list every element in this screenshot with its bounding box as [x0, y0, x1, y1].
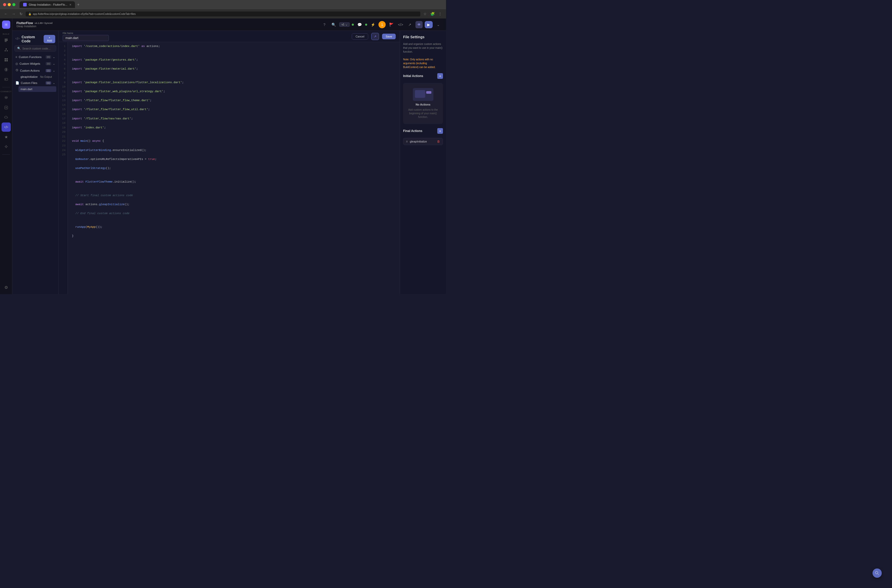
bolt-button[interactable]: ⚡: [369, 21, 376, 28]
functions-icon: ≡: [15, 55, 17, 59]
url-text: app.flutterflow.io/project/gleap-install…: [33, 13, 136, 15]
action-item-gleap[interactable]: gleapInitialize No Output: [18, 74, 56, 80]
share-button[interactable]: ↗: [406, 21, 414, 28]
sidebar-icon-components[interactable]: [1, 55, 11, 64]
search-icon: 🔍: [17, 47, 21, 50]
actions-chevron: ⌄: [52, 69, 55, 72]
section-header-widgets[interactable]: ◎ Custom Widgets (0) ⌄: [14, 60, 56, 67]
line-numbers: 12345 678910 1112131415 1617181920 21222…: [58, 42, 68, 294]
version-badge[interactable]: v1 ⌄: [339, 22, 350, 27]
help-button[interactable]: ?: [321, 21, 328, 28]
file-name-label: File Name: [63, 32, 109, 34]
right-panel: File Settings Add and organize custom ac…: [400, 31, 446, 294]
settings-desc: Add and organize custom actions that you…: [403, 42, 443, 69]
header-actions: ? 🔍 v1 ⌄ 💬 ⚡ 1 🚩 </> ↗ 👁 ▶ ⌄: [321, 21, 442, 28]
functions-count: (0): [46, 56, 51, 58]
new-tab-button[interactable]: +: [76, 1, 80, 8]
search-box: 🔍: [14, 45, 56, 52]
file-name-block: File Name: [63, 32, 109, 41]
bookmark-icon[interactable]: ☆: [422, 11, 428, 17]
sidebar-icon-media[interactable]: [1, 75, 11, 84]
files-chevron: ⌄: [52, 81, 55, 85]
add-initial-action-button[interactable]: +: [437, 73, 443, 79]
action-item-label: gleapInitialize: [410, 140, 435, 143]
cancel-button[interactable]: Cancel: [352, 33, 368, 39]
run-button[interactable]: ▶: [425, 21, 433, 28]
svg-point-8: [7, 50, 8, 51]
file-name-input[interactable]: [63, 35, 109, 41]
actions-icon: [15, 69, 18, 72]
chat-button[interactable]: 💬: [356, 21, 363, 28]
app-logo[interactable]: [2, 21, 10, 29]
sidebar-icon-pages[interactable]: [1, 36, 11, 45]
add-button[interactable]: + Add: [43, 35, 55, 43]
sidebar-icon-custom-code[interactable]: [1, 123, 11, 132]
sidebar-icon-integrations[interactable]: [1, 142, 11, 151]
address-bar[interactable]: 🔒 app.flutterflow.io/project/gleap-insta…: [25, 12, 420, 16]
number-button[interactable]: 1: [378, 21, 386, 28]
sidebar-icon-theme[interactable]: [1, 65, 11, 74]
build-section: Build: [0, 32, 12, 85]
nav-forward-button[interactable]: →: [11, 11, 16, 17]
build-label: Build: [3, 33, 9, 35]
svg-line-6: [6, 49, 7, 50]
traffic-light-close[interactable]: [3, 3, 6, 6]
eye-button[interactable]: 👁: [415, 21, 423, 28]
svg-line-26: [17, 37, 18, 40]
traffic-light-fullscreen[interactable]: [12, 3, 15, 6]
app-header: FlutterFlow v4.1.85+ Synced Gleap Instal…: [12, 18, 446, 31]
delete-action-button[interactable]: 🗑: [437, 140, 440, 143]
traffic-light-minimize[interactable]: [8, 3, 11, 6]
extensions-icon[interactable]: 🧩: [429, 11, 436, 17]
browser-tab[interactable]: Gleap Installation - FlutterFlo... ✕: [19, 1, 75, 8]
file-item-main-dart[interactable]: main.dart: [18, 86, 56, 92]
final-actions-row: Final Actions +: [403, 127, 443, 135]
svg-point-7: [4, 50, 6, 51]
empty-desc: Add custom actions to the beginning of y…: [406, 108, 440, 119]
action-label: gleapInitialize: [21, 75, 38, 78]
tab-close-icon[interactable]: ✕: [69, 3, 71, 6]
add-final-action-button[interactable]: +: [437, 128, 443, 134]
widgets-label: Custom Widgets: [19, 62, 44, 65]
sidebar-icon-cloud[interactable]: [1, 113, 11, 122]
flag-button[interactable]: 🚩: [388, 21, 395, 28]
content-area: Custom Code + Add 🔍 ≡ Custom Functions (…: [12, 31, 446, 294]
section-header-actions[interactable]: Custom Actions (1) ⌄: [14, 67, 56, 74]
left-panel: Custom Code + Add 🔍 ≡ Custom Functions (…: [12, 31, 58, 294]
code-editor[interactable]: 12345 678910 1112131415 1617181920 21222…: [58, 42, 400, 294]
status-dot: [352, 24, 354, 26]
search-button[interactable]: 🔍: [330, 21, 337, 28]
code-button[interactable]: </>: [397, 21, 404, 28]
expand-button[interactable]: ⌄: [435, 21, 442, 28]
tab-title: Gleap Installation - FlutterFlo...: [29, 3, 67, 6]
sidebar-divider: [2, 87, 10, 87]
external-link-button[interactable]: ↗: [371, 33, 379, 40]
editor-area: File Name Cancel ↗ Save 12345 678910 111…: [58, 31, 400, 294]
nav-refresh-button[interactable]: ↻: [18, 11, 24, 17]
save-button[interactable]: Save: [382, 34, 396, 39]
sidebar-icon-api[interactable]: [1, 103, 11, 112]
svg-rect-14: [4, 78, 8, 80]
sidebar-icon-settings[interactable]: ⚙: [1, 283, 11, 292]
app-title-block: FlutterFlow v4.1.85+ Synced Gleap Instal…: [16, 21, 52, 28]
section-header-files[interactable]: 📄 Custom Files (1) ⌄: [14, 80, 56, 86]
editor-toolbar: File Name Cancel ↗ Save: [58, 31, 400, 42]
search-input[interactable]: [22, 47, 53, 50]
section-header-functions[interactable]: ≡ Custom Functions (0) ⌄: [14, 54, 56, 60]
final-action-item-gleap: ≡ gleapInitialize 🗑: [403, 138, 443, 145]
menu-icon[interactable]: ⋮: [437, 11, 443, 17]
action-status: No Output: [40, 75, 52, 78]
svg-rect-3: [4, 41, 7, 42]
svg-point-15: [5, 79, 6, 80]
panel-title-row: Custom Code + Add: [14, 33, 56, 45]
sidebar-icon-data[interactable]: [1, 93, 11, 102]
files-icon: 📄: [15, 81, 19, 85]
svg-point-4: [6, 48, 7, 49]
functions-label: Custom Functions: [19, 56, 44, 58]
sidebar-icon-widget-tree[interactable]: [1, 45, 11, 55]
svg-rect-10: [6, 58, 8, 60]
file-label: main.dart: [21, 87, 32, 91]
nav-back-button[interactable]: ←: [3, 11, 9, 17]
svg-line-29: [17, 70, 18, 70]
sidebar-icon-star[interactable]: ★: [1, 132, 11, 141]
